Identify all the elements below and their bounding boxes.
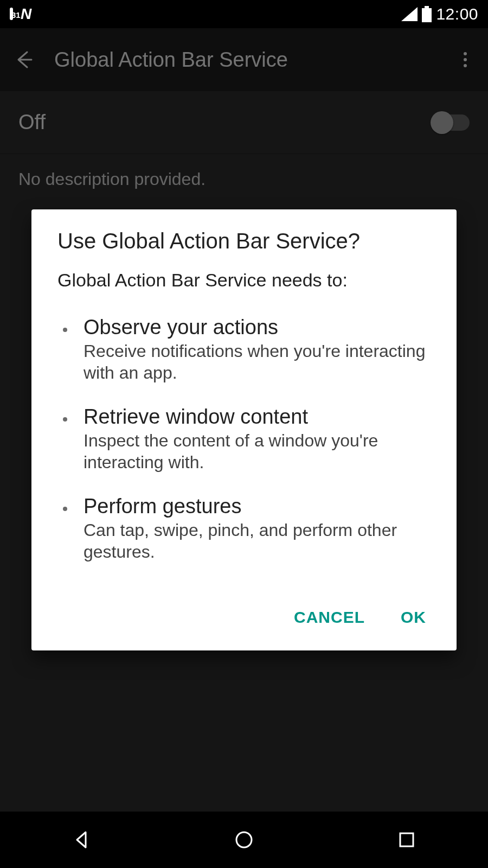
status-bar: N 12:00 (0, 0, 488, 28)
calendar-icon (10, 9, 13, 19)
permission-desc: Inspect the content of a window you're i… (84, 430, 431, 473)
n-icon: N (21, 5, 31, 23)
dialog-actions: CANCEL OK (31, 578, 457, 650)
permission-list: Observe your actions Receive notificatio… (31, 301, 457, 578)
permission-desc: Can tap, swipe, pinch, and perform other… (84, 519, 431, 563)
permission-desc: Receive notifications when you're intera… (84, 340, 431, 384)
status-bar-left: N (10, 5, 31, 23)
svg-marker-0 (401, 7, 418, 21)
permission-dialog: Use Global Action Bar Service? Global Ac… (31, 209, 457, 650)
status-bar-right: 12:00 (401, 5, 478, 23)
bullet-icon (63, 328, 67, 332)
battery-icon (422, 6, 432, 22)
svg-rect-1 (422, 8, 432, 22)
device-frame: N 12:00 Global Action Bar Service Off (0, 0, 488, 868)
ok-button[interactable]: OK (386, 599, 441, 635)
dialog-subtitle: Global Action Bar Service needs to: (31, 256, 457, 301)
permission-title: Observe your actions (84, 316, 431, 339)
dialog-title: Use Global Action Bar Service? (31, 229, 457, 256)
bullet-icon (63, 507, 67, 511)
status-time: 12:00 (436, 5, 478, 23)
svg-point-3 (236, 832, 252, 847)
permission-item: Perform gestures Can tap, swipe, pinch, … (57, 484, 431, 573)
nav-back-button[interactable] (65, 824, 98, 856)
navigation-bar (0, 812, 488, 868)
svg-rect-2 (425, 6, 429, 8)
permission-item: Observe your actions Receive notificatio… (57, 305, 431, 394)
nav-home-button[interactable] (228, 824, 260, 856)
bullet-icon (63, 417, 67, 422)
permission-item: Retrieve window content Inspect the cont… (57, 394, 431, 484)
permission-title: Perform gestures (84, 495, 431, 518)
cancel-button[interactable]: CANCEL (279, 599, 380, 635)
cell-signal-icon (401, 7, 418, 21)
svg-rect-4 (400, 833, 413, 846)
permission-title: Retrieve window content (84, 405, 431, 429)
nav-recents-button[interactable] (390, 824, 423, 856)
